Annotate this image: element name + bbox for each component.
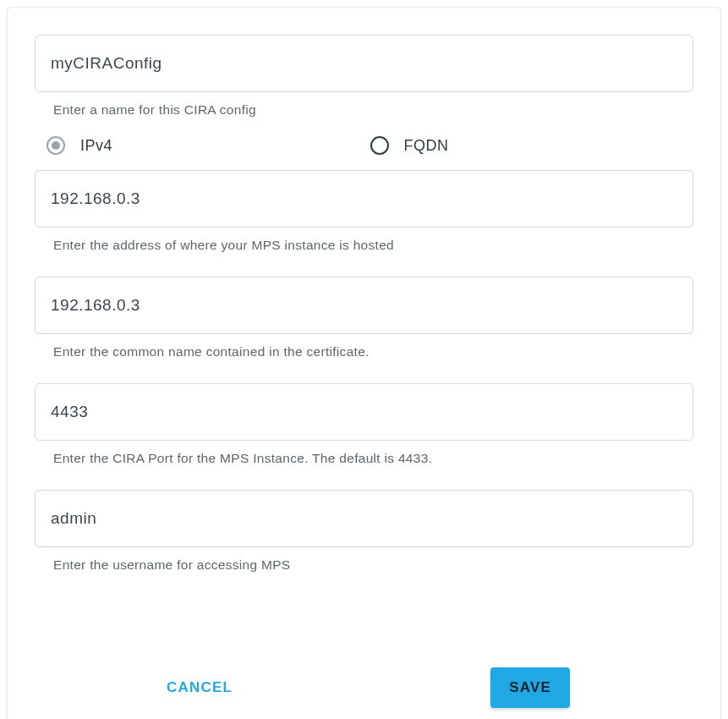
- mps-address-helper: Enter the address of where your MPS inst…: [53, 238, 693, 253]
- config-name-field: Enter a name for this CIRA config: [35, 35, 693, 118]
- cira-config-form: Enter a name for this CIRA config IPv4 F…: [7, 7, 721, 719]
- radio-label-fqdn: FQDN: [404, 137, 449, 155]
- common-name-input[interactable]: [35, 277, 693, 334]
- config-name-helper: Enter a name for this CIRA config: [53, 102, 693, 118]
- cira-port-input[interactable]: [35, 383, 693, 441]
- mps-address-field: Enter the address of where your MPS inst…: [35, 170, 693, 253]
- radio-selected-icon: [47, 136, 65, 155]
- form-actions: CANCEL SAVE: [35, 666, 693, 710]
- cira-port-helper: Enter the CIRA Port for the MPS Instance…: [53, 451, 693, 466]
- save-button[interactable]: SAVE: [490, 667, 570, 708]
- username-helper: Enter the username for accessing MPS: [53, 557, 693, 573]
- username-field: Enter the username for accessing MPS: [35, 490, 693, 573]
- common-name-helper: Enter the common name contained in the c…: [53, 344, 693, 360]
- common-name-field: Enter the common name contained in the c…: [35, 277, 693, 360]
- cancel-button[interactable]: CANCEL: [158, 666, 241, 710]
- config-name-input[interactable]: [35, 35, 693, 92]
- spacer: [35, 573, 693, 666]
- radio-option-fqdn[interactable]: FQDN: [370, 136, 694, 155]
- username-input[interactable]: [35, 490, 693, 547]
- radio-unselected-icon: [370, 136, 389, 155]
- address-format-radio-group: IPv4 FQDN: [47, 136, 693, 155]
- cira-port-field: Enter the CIRA Port for the MPS Instance…: [35, 383, 693, 466]
- radio-option-ipv4[interactable]: IPv4: [47, 136, 370, 155]
- radio-label-ipv4: IPv4: [80, 137, 112, 155]
- mps-address-input[interactable]: [35, 170, 693, 228]
